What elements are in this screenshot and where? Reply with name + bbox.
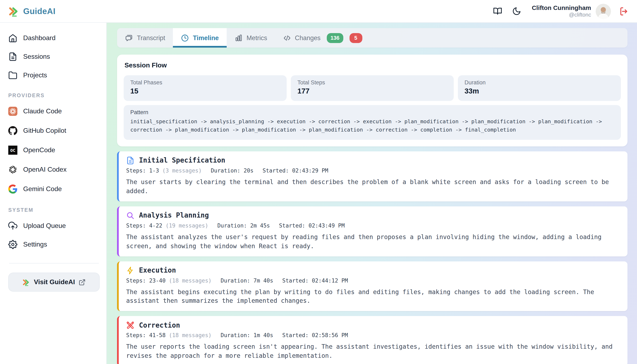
changes-added-badge: 136 [327,33,343,43]
user-handle: @cliftonc [532,12,591,18]
lightning-icon [126,266,134,274]
app-root: GuideAI Clifton Cunningham @cliftonc [0,0,637,364]
stat-label: Total Steps [298,80,447,86]
sidebar-divider [9,263,99,264]
sidebar-item-upload-queue[interactable]: Upload Queue [8,221,100,230]
github-logo-icon [8,126,17,135]
sidebar-item-sessions[interactable]: Sessions [8,52,100,61]
phase-started: Started: 02:58:56 PM [282,332,348,338]
sidebar-item-claude-code[interactable]: Claude Code [8,107,100,116]
tab-metrics[interactable]: Metrics [227,28,275,48]
sidebar-item-label: OpenCode [23,146,55,154]
tab-label: Changes [295,34,320,42]
metrics-chart-icon [234,34,243,42]
phase-meta: Steps: 41-58 (18 messages) Duration: 1m … [126,332,620,338]
phase-head: Analysis Planning [126,211,620,220]
sidebar-item-label: Claude Code [23,108,62,115]
sidebar-item-label: Gemini Code [23,185,62,193]
sidebar-item-github-copilot[interactable]: GitHub Copilot [8,126,100,135]
phase-description: The user starts by clearing the terminal… [126,178,620,196]
phase-meta: Steps: 1-3 (3 messages) Duration: 20s St… [126,168,620,174]
document-icon [126,156,134,165]
phase-meta: Steps: 4-22 (19 messages) Duration: 2m 4… [126,222,620,228]
phase-head: Initial Specification [126,156,620,165]
main-content: Transcript Timeline [107,23,637,364]
phase-started: Started: 02:43:49 PM [279,222,345,228]
phase-card-correction[interactable]: Correction Steps: 41-58 (18 messages) Du… [117,316,628,364]
projects-folder-icon [8,71,17,80]
tab-timeline[interactable]: Timeline [173,28,227,48]
phase-card-execution[interactable]: Execution Steps: 23-40 (18 messages) Dur… [117,261,628,311]
google-g-logo-icon [8,184,17,194]
user-info[interactable]: Clifton Cunningham @cliftonc [532,4,591,18]
openai-logo-icon [8,165,17,174]
sidebar-item-label: OpenAI Codex [23,166,66,173]
session-flow-stats: Total Phases 15 Total Steps 177 Duration… [124,75,621,101]
pattern-label: Pattern [130,109,614,116]
stat-value: 177 [298,87,447,96]
sidebar-item-settings[interactable]: Settings [8,240,100,249]
tab-bar: Transcript Timeline [117,28,628,48]
visit-guideai-label: Visit GuideAI [34,278,75,286]
brand-logo[interactable]: GuideAI [8,6,56,17]
changes-code-icon [283,34,291,42]
tab-label: Metrics [246,34,267,42]
tab-transcript[interactable]: Transcript [117,28,173,48]
phase-steps: Steps: 41-58 [126,332,166,338]
guideai-chevrons-icon [22,278,30,286]
docs-book-icon[interactable] [493,6,502,16]
sidebar-item-label: GitHub Copilot [23,127,66,134]
phase-card-initial-specification[interactable]: Initial Specification Steps: 1-3 (3 mess… [117,152,628,202]
phase-description: The user reports the loading screen isn'… [126,342,620,360]
sidebar-item-projects[interactable]: Projects [8,71,100,80]
home-icon [8,34,17,42]
visit-guideai-button[interactable]: Visit GuideAI [8,272,100,292]
app-header: GuideAI Clifton Cunningham @cliftonc [0,0,637,23]
sidebar-item-openai-codex[interactable]: OpenAI Codex [8,165,100,174]
changes-removed-badge: 5 [349,33,362,43]
phase-started: Started: 02:43:29 PM [263,168,328,174]
phase-messages: (18 messages) [169,332,211,338]
phase-description: The assistant begins executing the plan … [126,287,620,306]
timeline-clock-icon [181,34,189,42]
external-link-icon [78,278,86,286]
sessions-file-icon [8,52,17,61]
sidebar-item-label: Settings [23,241,47,248]
phase-head: Execution [126,266,620,274]
system-section-label: SYSTEM [8,207,100,213]
avatar[interactable] [596,4,611,19]
search-icon [126,211,134,220]
app-body: Dashboard Sessions Pro [0,23,637,364]
tab-changes[interactable]: Changes 136 5 [275,28,370,48]
stat-total-phases: Total Phases 15 [124,75,287,101]
session-flow-title: Session Flow [124,62,621,69]
stat-value: 15 [130,87,280,96]
phase-messages: (18 messages) [169,277,211,284]
svg-text:OC: OC [10,148,15,153]
header-actions: Clifton Cunningham @cliftonc [483,4,629,19]
pattern-value: initial_specification -> analysis_planni… [130,118,614,134]
phase-steps: Steps: 1-3 [126,168,159,174]
stat-value: 33m [464,87,614,96]
sidebar-item-opencode[interactable]: OC OpenCode [8,146,100,155]
phase-title: Initial Specification [139,156,225,164]
phase-started: Started: 02:44:12 PM [282,277,348,284]
pattern-box: Pattern initial_specification -> analysi… [124,105,621,140]
brand-name: GuideAI [23,6,56,16]
dark-mode-moon-icon[interactable] [512,6,521,16]
providers-section-label: PROVIDERS [8,93,100,98]
phase-card-analysis-planning[interactable]: Analysis Planning Steps: 4-22 (19 messag… [117,206,628,256]
sidebar-item-gemini-code[interactable]: Gemini Code [8,184,100,194]
phase-steps: Steps: 23-40 [126,277,166,284]
tab-label: Transcript [137,34,165,42]
stat-label: Duration [464,80,614,86]
logout-icon[interactable] [619,6,629,16]
phase-duration: Duration: 7m 40s [221,277,273,284]
sidebar-item-dashboard[interactable]: Dashboard [8,34,100,42]
phase-meta: Steps: 23-40 (18 messages) Duration: 7m … [126,277,620,284]
stat-duration: Duration 33m [458,75,621,101]
claude-logo-icon [8,107,17,116]
guideai-chevrons-icon [8,6,20,17]
phase-duration: Duration: 20s [211,168,253,174]
opencode-logo-icon: OC [8,146,17,155]
